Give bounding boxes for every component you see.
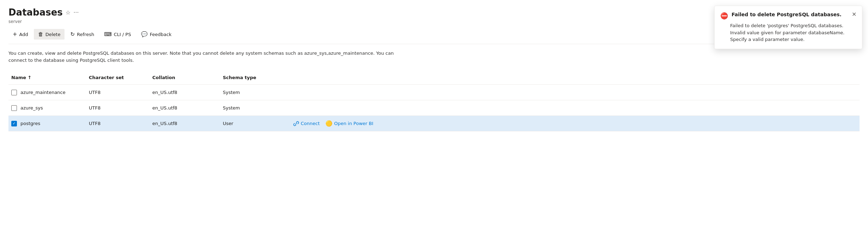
- toast-close-button[interactable]: ✕: [852, 12, 856, 17]
- cell-name: postgres: [8, 117, 86, 130]
- col-name: Name ↑: [8, 73, 86, 82]
- cell-schema-type: System: [220, 86, 291, 99]
- refresh-label: Refresh: [77, 32, 94, 37]
- connect-icon: [293, 121, 299, 126]
- row-actions: Connect 🟡 Open in Power BI: [291, 117, 860, 130]
- cell-charset: UTF8: [86, 117, 149, 130]
- table-row[interactable]: azure_sys UTF8 en_US.utf8 System: [8, 100, 860, 116]
- error-toast: ⛔ Failed to delete PostgreSQL databases.…: [714, 6, 862, 49]
- cell-charset: UTF8: [86, 102, 149, 114]
- table-row-selected[interactable]: postgres UTF8 en_US.utf8 User Connect 🟡 …: [8, 116, 860, 131]
- cell-name: azure_maintenance: [8, 86, 86, 99]
- toast-header: ⛔ Failed to delete PostgreSQL databases.…: [720, 12, 856, 19]
- cell-schema-type: System: [220, 102, 291, 114]
- cli-ps-button[interactable]: ⌨ CLI / PS: [100, 29, 135, 40]
- page-title: Databases: [8, 7, 63, 18]
- feedback-button[interactable]: 💬 Feedback: [137, 29, 176, 40]
- error-icon: ⛔: [720, 12, 728, 19]
- page-container: Databases ☆ ··· server + Add 🗑 Delete ↻ …: [0, 0, 868, 243]
- add-icon: +: [13, 31, 17, 37]
- powerbi-icon: 🟡: [325, 120, 332, 127]
- delete-button[interactable]: 🗑 Delete: [34, 29, 65, 40]
- cell-schema-type: User: [220, 117, 291, 130]
- col-collation: Collation: [149, 73, 220, 82]
- delete-label: Delete: [45, 32, 61, 37]
- refresh-icon: ↻: [70, 31, 75, 37]
- col-actions: [291, 73, 860, 82]
- col-schema-type: Schema type: [220, 73, 291, 82]
- toast-body: Failed to delete 'postgres' PostgreSQL d…: [720, 22, 856, 43]
- more-options-icon[interactable]: ···: [73, 9, 79, 16]
- row-checkbox[interactable]: [11, 105, 17, 111]
- table-row[interactable]: azure_maintenance UTF8 en_US.utf8 System: [8, 85, 860, 100]
- cli-icon: ⌨: [104, 31, 112, 37]
- open-powerbi-link[interactable]: 🟡 Open in Power BI: [325, 120, 373, 127]
- database-table: Name ↑ Character set Collation Schema ty…: [8, 71, 860, 131]
- toast-title: Failed to delete PostgreSQL databases.: [732, 12, 848, 17]
- cli-label: CLI / PS: [114, 32, 131, 37]
- cell-charset: UTF8: [86, 86, 149, 99]
- table-header: Name ↑ Character set Collation Schema ty…: [8, 71, 860, 85]
- cell-actions: [291, 89, 860, 96]
- cell-actions: [291, 105, 860, 112]
- delete-icon: 🗑: [38, 31, 43, 37]
- connect-link[interactable]: Connect: [293, 121, 320, 126]
- cell-name: azure_sys: [8, 102, 86, 114]
- col-charset: Character set: [86, 73, 149, 82]
- cell-collation: en_US.utf8: [149, 102, 220, 114]
- feedback-icon: 💬: [141, 31, 148, 37]
- refresh-button[interactable]: ↻ Refresh: [66, 29, 98, 40]
- favorite-icon[interactable]: ☆: [66, 9, 71, 16]
- cell-collation: en_US.utf8: [149, 86, 220, 99]
- row-checkbox[interactable]: [11, 121, 17, 126]
- add-label: Add: [19, 32, 28, 37]
- info-text: You can create, view and delete PostgreS…: [8, 50, 396, 64]
- row-checkbox[interactable]: [11, 90, 17, 95]
- feedback-label: Feedback: [150, 32, 172, 37]
- add-button[interactable]: + Add: [8, 29, 32, 40]
- cell-collation: en_US.utf8: [149, 117, 220, 130]
